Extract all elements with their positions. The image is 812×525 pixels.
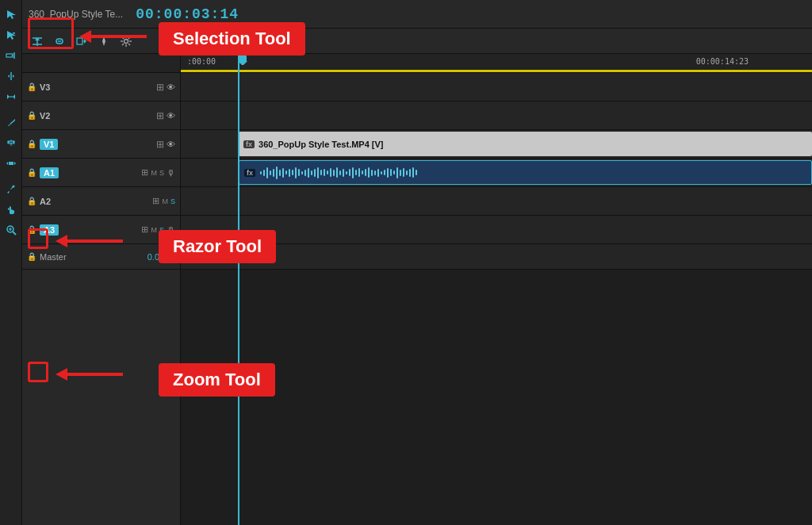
track-icons-v2: ⊞ 👁	[156, 110, 175, 121]
sync-icon-v2[interactable]: ⊞	[156, 110, 164, 121]
timeline-body: 🔒 V3 ⊞ 👁 🔒 V2 ⊞ 👁	[22, 54, 812, 525]
video-clip-v1[interactable]: fx 360_PopUp Style Test.MP4 [V]	[239, 132, 812, 156]
s-btn-a2[interactable]: S	[170, 197, 175, 205]
ruler-timecode-end: 00:00:14:23	[696, 57, 749, 66]
rate-stretch-tool-btn[interactable]	[2, 87, 21, 106]
lock-icon-master[interactable]: 🔒	[27, 252, 36, 261]
track-icons-a2: ⊞ M S	[152, 196, 175, 206]
razor-tool-label: Razor Tool	[159, 230, 276, 263]
lock-icon-a2[interactable]: 🔒	[27, 197, 36, 205]
m-btn-a3[interactable]: M	[151, 226, 157, 234]
track-select-tool-btn[interactable]	[2, 25, 21, 44]
svg-marker-9	[7, 94, 10, 99]
lock-icon-v3[interactable]: 🔒	[27, 82, 36, 91]
track-label-a1: 🔒 A1 ⊞ M S 🎙	[22, 159, 180, 187]
track-name-v3: V3	[40, 82, 50, 92]
svg-marker-8	[13, 75, 14, 78]
razor-tool-highlight-box	[28, 228, 48, 249]
svg-marker-5	[11, 55, 13, 56]
lock-icon-v2[interactable]: 🔒	[27, 111, 36, 120]
slip-tool-btn[interactable]	[2, 133, 21, 152]
pen-tool-btn[interactable]	[2, 179, 21, 198]
ruler-yellow-bar	[181, 70, 812, 72]
ruler-label-area	[22, 54, 180, 73]
svg-marker-53	[56, 235, 67, 247]
eye-icon-v3[interactable]: 👁	[167, 82, 175, 92]
track-icons-v1: ⊞ 👁	[156, 139, 175, 150]
rolling-edit-tool-btn[interactable]	[2, 67, 21, 86]
track-content-v3	[181, 73, 812, 102]
sync-icon-a1[interactable]: ⊞	[141, 167, 148, 178]
selection-tool-btn[interactable]	[2, 5, 21, 24]
svg-marker-1	[7, 31, 16, 40]
eye-icon-v1[interactable]: 👁	[167, 140, 175, 149]
track-content-a1: fx	[181, 159, 812, 187]
svg-rect-18	[9, 162, 13, 165]
svg-marker-20	[14, 162, 16, 165]
svg-point-23	[9, 190, 10, 192]
master-volume-value: 0.0	[147, 252, 159, 262]
m-btn-a1[interactable]: M	[151, 169, 157, 177]
track-label-a2: 🔒 A2 ⊞ M S	[22, 187, 180, 216]
s-btn-a1[interactable]: S	[159, 169, 164, 177]
eye-icon-v2[interactable]: 👁	[167, 111, 175, 121]
track-label-v2: 🔒 V2 ⊞ 👁	[22, 102, 180, 130]
svg-line-27	[13, 232, 16, 235]
timeline-ruler: :00:00 00:00:14:23	[181, 54, 812, 73]
main-container: 360_PopUp Style Te... 00:00:03:14	[0, 0, 812, 525]
razor-tool-btn[interactable]	[2, 113, 21, 132]
timeline-header: 360_PopUp Style Te... 00:00:03:14	[22, 0, 812, 29]
audio-waveform-a1	[259, 165, 806, 181]
timeline-area: 360_PopUp Style Te... 00:00:03:14	[22, 0, 812, 525]
sync-icon-a3[interactable]: ⊞	[141, 224, 148, 235]
mic-icon-a1[interactable]: 🎙	[167, 168, 175, 178]
svg-rect-24	[10, 206, 11, 209]
sync-icon-a2[interactable]: ⊞	[152, 196, 159, 206]
selection-tool-highlight-box	[28, 17, 74, 49]
svg-marker-10	[13, 94, 15, 99]
ripple-edit-tool-btn[interactable]	[2, 46, 21, 65]
playhead-line	[238, 54, 239, 525]
master-track-label: Master	[40, 252, 67, 262]
sync-icon-v1[interactable]: ⊞	[156, 139, 164, 150]
svg-marker-19	[6, 162, 8, 165]
svg-marker-7	[8, 75, 10, 78]
left-toolbar	[0, 0, 22, 525]
track-label-v1: 🔒 V1 ⊞ 👁	[22, 130, 180, 159]
svg-marker-49	[238, 61, 247, 65]
audio-clip-fx-label: fx	[244, 169, 255, 177]
svg-marker-51	[79, 30, 91, 43]
slide-tool-btn[interactable]	[2, 154, 21, 173]
selection-tool-label: Selection Tool	[159, 22, 305, 56]
track-name-v1: V1	[40, 139, 58, 150]
razor-tool-arrow	[56, 233, 127, 249]
track-content-a2	[181, 187, 812, 216]
svg-point-22	[12, 186, 14, 188]
track-name-a1: A1	[40, 167, 59, 178]
m-btn-a2[interactable]: M	[162, 197, 168, 205]
selection-tool-arrow	[79, 29, 151, 44]
track-icons-a1: ⊞ M S 🎙	[141, 167, 175, 178]
track-label-v3: 🔒 V3 ⊞ 👁	[22, 73, 180, 102]
svg-marker-55	[56, 368, 67, 381]
svg-rect-2	[13, 33, 15, 34]
track-content-v2	[181, 102, 812, 130]
zoom-tool-arrow	[56, 366, 127, 382]
lock-icon-a1[interactable]: 🔒	[27, 168, 36, 177]
hand-tool-btn[interactable]	[2, 200, 21, 219]
clip-title-v1: 360_PopUp Style Test.MP4 [V]	[259, 140, 384, 149]
track-labels-panel: 🔒 V3 ⊞ 👁 🔒 V2 ⊞ 👁	[22, 54, 181, 525]
zoom-tool-highlight-box	[28, 362, 48, 382]
zoom-tool-label: Zoom Tool	[159, 363, 275, 397]
ruler-timecode-start: :00:00	[187, 57, 216, 66]
lock-icon-v1[interactable]: 🔒	[27, 140, 36, 148]
track-icons-v3: ⊞ 👁	[156, 82, 175, 93]
svg-rect-25	[8, 208, 10, 210]
track-name-a2: A2	[40, 197, 51, 206]
current-timecode: 00:00:03:14	[136, 6, 239, 22]
zoom-tool-btn[interactable]	[2, 220, 21, 240]
audio-clip-a1[interactable]: fx	[239, 160, 812, 185]
clip-fx-label-v1: fx	[243, 140, 255, 148]
sync-icon-v3[interactable]: ⊞	[156, 82, 164, 93]
track-content-area: :00:00 00:00:14:23	[181, 54, 812, 525]
